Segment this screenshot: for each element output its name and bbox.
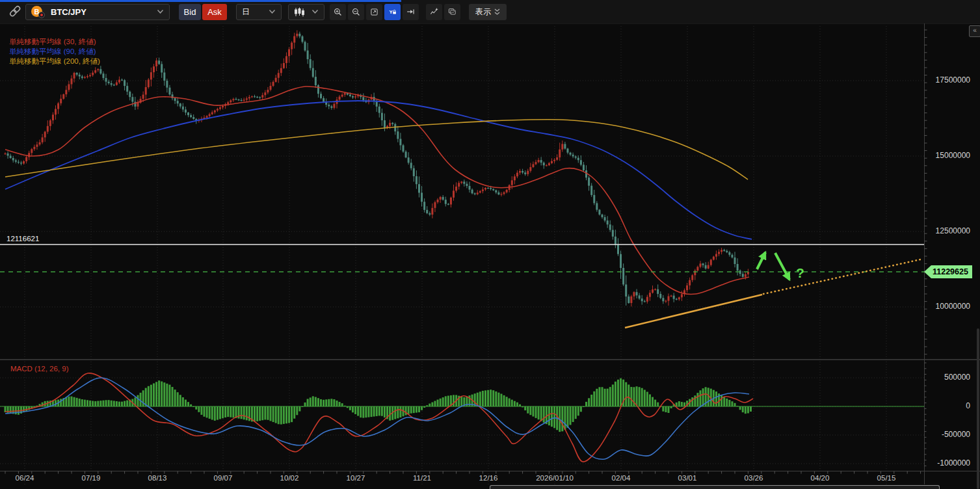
link-button[interactable]: [4, 3, 21, 20]
top-accent-bar: [0, 0, 401, 2]
display-menu-button[interactable]: 表示: [469, 4, 507, 20]
current-price-value: 11229625: [931, 265, 972, 278]
date-axis-label: 10/02: [260, 474, 319, 482]
scroll-to-latest-button[interactable]: [403, 4, 419, 20]
fit-chart-button[interactable]: [366, 4, 382, 20]
zoom-in-icon: [334, 7, 342, 18]
chevron-down-icon: [311, 9, 319, 14]
symbol-select[interactable]: B BTC/JPY: [25, 4, 170, 20]
symbol-label: BTC/JPY: [51, 7, 157, 17]
price-chart-canvas[interactable]: [0, 0, 980, 489]
date-axis-label: 10/27: [326, 474, 385, 482]
date-axis-label: 07/19: [62, 474, 120, 482]
collapse-axis-panel-button[interactable]: «: [969, 25, 980, 37]
toolbar: B BTC/JPY Bid Ask 日: [0, 0, 980, 23]
current-price-tag: 11229625: [924, 265, 972, 278]
legend-item: 単純移動平均線 (200, 終値): [9, 57, 100, 66]
date-axis-label: 12/16: [459, 474, 518, 482]
down-arrow-annotation: [775, 253, 789, 280]
price-axis-label: 12500000: [926, 226, 970, 235]
date-axis-label: 04/20: [791, 474, 849, 482]
legend-item: 単純移動平均線 (30, 終値): [9, 37, 100, 47]
chevron-down-icon: [269, 9, 276, 14]
up-arrow-annotation: [757, 252, 765, 269]
sma90-line: [5, 101, 752, 239]
right-scrollbar[interactable]: [977, 328, 979, 489]
price-axis-label: 17500000: [926, 75, 970, 85]
chart-snapshot-icon: [448, 7, 457, 17]
date-axis-label: 03/01: [658, 474, 717, 482]
macd-axis-label: 0: [926, 401, 970, 410]
instrument-icon: B: [31, 6, 43, 18]
candlesticks: [5, 31, 749, 307]
y-axis-lock-icon: Y: [388, 7, 397, 17]
add-indicator-button[interactable]: [426, 4, 442, 20]
candlestick-icon: [294, 7, 305, 17]
trendline: [625, 295, 762, 328]
gridlines: [0, 26, 924, 484]
jpy-flag-icon: [38, 12, 45, 18]
arrow-to-right-icon: [406, 7, 415, 17]
fit-screen-icon: [370, 7, 378, 18]
price-axis-label: 15000000: [926, 151, 970, 160]
macd-histogram: [5, 378, 752, 432]
date-axis-label: 2026/01/10: [525, 474, 584, 482]
zoom-out-icon: [352, 7, 360, 18]
macd-axis-label: -1000000: [926, 458, 970, 468]
legend-item: 単純移動平均線 (90, 終値): [9, 47, 100, 57]
chevron-down-icon: [157, 9, 164, 14]
y-axis-lock-button[interactable]: Y: [384, 4, 401, 20]
double-chevron-down-icon: [494, 8, 500, 16]
date-axis-label: 02/04: [592, 474, 650, 482]
date-axis-label: 06/24: [0, 474, 54, 482]
sma30-line: [5, 86, 749, 295]
ma-legend: 単純移動平均線 (30, 終値)単純移動平均線 (90, 終値)単純移動平均線 …: [9, 37, 100, 66]
timeframe-label: 日: [242, 7, 250, 18]
display-menu-label: 表示: [475, 7, 491, 18]
bid-button[interactable]: Bid: [179, 4, 201, 20]
trading-app: 単純移動平均線 (30, 終値)単純移動平均線 (90, 終値)単純移動平均線 …: [0, 0, 980, 489]
link-icon: [8, 4, 22, 18]
ask-button[interactable]: Ask: [202, 4, 227, 20]
date-axis-label: 11/21: [393, 474, 451, 482]
date-axis-label: 05/15: [857, 474, 916, 482]
macd-line: [5, 373, 753, 462]
chart-area[interactable]: 単純移動平均線 (30, 終値)単純移動平均線 (90, 終値)単純移動平均線 …: [0, 0, 980, 489]
date-axis-label: 08/13: [128, 474, 187, 482]
timeframe-select[interactable]: 日: [236, 4, 282, 20]
zoom-in-button[interactable]: [330, 4, 346, 20]
svg-text:Y: Y: [389, 9, 393, 15]
bottom-panel-edge[interactable]: [490, 485, 940, 489]
chart-type-select[interactable]: [288, 4, 324, 20]
price-tag-arrow-icon: [924, 265, 931, 278]
indicator-chart-plus-icon: [430, 7, 438, 17]
macd-axis-label: 500000: [926, 373, 970, 382]
question-mark-annotation: ?: [796, 265, 804, 281]
zoom-out-button[interactable]: [348, 4, 364, 20]
macd-indicator-label: MACD (12, 26, 9): [10, 365, 68, 373]
macd-axis-label: -500000: [926, 430, 970, 439]
resistance-level-label: 12116621: [7, 235, 39, 243]
price-axis-label: 10000000: [926, 302, 970, 311]
date-axis-label: 09/07: [194, 474, 252, 482]
snapshot-button[interactable]: [444, 4, 460, 20]
date-axis-label: 03/26: [724, 474, 783, 482]
